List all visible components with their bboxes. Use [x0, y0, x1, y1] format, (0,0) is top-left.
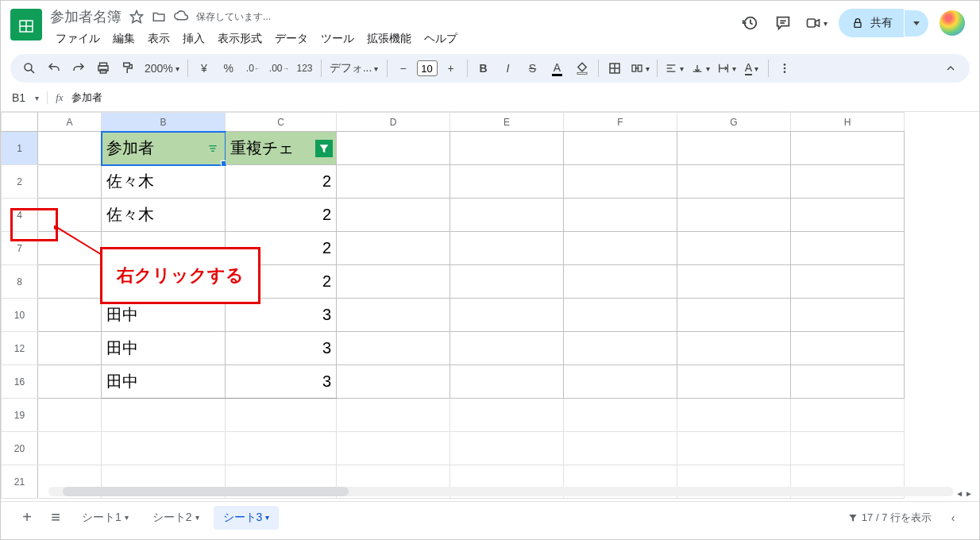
filter-status[interactable]: 17 / 7 行を表示	[847, 511, 932, 525]
cell-C1[interactable]: 重複チェ	[226, 132, 337, 165]
move-folder-icon[interactable]	[152, 10, 166, 24]
decrease-font-icon[interactable]: −	[392, 57, 415, 79]
cell[interactable]	[677, 132, 791, 165]
cell[interactable]	[38, 132, 102, 165]
cell[interactable]: 田中	[102, 299, 226, 332]
name-box[interactable]: B1	[12, 91, 39, 104]
cell[interactable]	[564, 132, 677, 165]
decrease-decimal-icon[interactable]: .0←	[242, 57, 264, 79]
profile-avatar[interactable]	[939, 10, 965, 36]
cell[interactable]	[38, 232, 102, 265]
text-rotation-icon[interactable]: A	[741, 57, 763, 79]
row-header[interactable]: 10	[2, 299, 38, 332]
cell-B1[interactable]: 参加者	[102, 132, 226, 165]
cell[interactable]: 3	[226, 299, 337, 332]
row-header[interactable]: 20	[2, 432, 38, 465]
formula-bar[interactable]: 参加者	[71, 91, 102, 105]
increase-decimal-icon[interactable]: .00→	[267, 57, 291, 79]
col-header-B[interactable]: B	[102, 113, 226, 132]
sheet-tab-3[interactable]: シート3▾	[214, 506, 280, 530]
bold-icon[interactable]: B	[473, 57, 495, 79]
col-header-G[interactable]: G	[677, 113, 791, 132]
align-vertical-icon[interactable]	[689, 57, 712, 79]
history-icon[interactable]	[739, 12, 761, 34]
italic-icon[interactable]: I	[497, 57, 519, 79]
cell[interactable]: 2	[226, 199, 337, 232]
align-horizontal-icon[interactable]	[662, 57, 686, 79]
menu-help[interactable]: ヘルプ	[419, 29, 463, 49]
search-icon[interactable]	[18, 57, 41, 79]
add-sheet-button[interactable]: +	[15, 506, 39, 530]
row-header[interactable]: 7	[2, 232, 38, 265]
scroll-arrows[interactable]: ◄►	[955, 489, 973, 498]
share-button[interactable]: 共有	[839, 9, 904, 37]
select-all-corner[interactable]	[2, 113, 38, 132]
menu-edit[interactable]: 編集	[107, 29, 141, 49]
row-header[interactable]: 21	[2, 465, 38, 499]
undo-icon[interactable]	[43, 57, 65, 79]
cell[interactable]: 田中	[102, 332, 226, 365]
horizontal-scrollbar[interactable]	[48, 487, 954, 496]
menu-tools[interactable]: ツール	[315, 29, 360, 49]
menu-insert[interactable]: 挿入	[177, 29, 210, 49]
cell[interactable]: 2	[226, 265, 337, 299]
paint-format-icon[interactable]	[117, 57, 139, 79]
menu-view[interactable]: 表示	[142, 29, 176, 49]
menu-extensions[interactable]: 拡張機能	[361, 29, 417, 49]
strikethrough-icon[interactable]: S	[522, 57, 544, 79]
col-header-C[interactable]: C	[226, 113, 337, 132]
cell[interactable]	[791, 132, 905, 165]
cell[interactable]: 佐々木	[102, 165, 226, 199]
text-color-icon[interactable]: A	[546, 57, 569, 79]
text-wrap-icon[interactable]	[715, 57, 739, 79]
row-header[interactable]: 19	[2, 399, 38, 432]
borders-icon[interactable]	[604, 57, 626, 79]
cell[interactable]	[38, 299, 102, 332]
col-header-H[interactable]: H	[791, 113, 905, 132]
cell[interactable]: 2	[226, 232, 337, 265]
print-icon[interactable]	[92, 57, 114, 79]
col-header-D[interactable]: D	[337, 113, 450, 132]
share-dropdown[interactable]	[905, 10, 928, 37]
cell[interactable]: 2	[226, 165, 337, 199]
menu-data[interactable]: データ	[269, 29, 314, 49]
spreadsheet-grid[interactable]: A B C D E F G H 1 参加者 重複チェ 2佐々木2 4佐々木2 7…	[1, 112, 905, 499]
cell[interactable]	[102, 265, 226, 299]
cell[interactable]	[102, 232, 226, 265]
sheets-logo[interactable]	[10, 9, 42, 40]
filter-sort-icon[interactable]	[204, 140, 222, 157]
merge-cells-icon[interactable]	[628, 57, 652, 79]
font-select[interactable]: デフォ...	[326, 57, 382, 79]
sheet-tab-2[interactable]: シート2▾	[143, 506, 209, 530]
fill-color-icon[interactable]	[571, 57, 593, 79]
document-title[interactable]: 参加者名簿	[50, 7, 122, 26]
zoom-select[interactable]: 200%	[141, 57, 183, 79]
cell[interactable]: 佐々木	[102, 199, 226, 232]
cell[interactable]	[38, 199, 102, 232]
row-header[interactable]: 12	[2, 332, 38, 365]
menu-file[interactable]: ファイル	[50, 29, 106, 49]
row-header[interactable]: 1	[2, 132, 38, 165]
col-header-E[interactable]: E	[450, 113, 564, 132]
explore-collapse-icon[interactable]: ‹	[941, 506, 965, 530]
cell[interactable]	[38, 265, 102, 299]
filter-active-icon[interactable]	[315, 140, 333, 157]
col-header-F[interactable]: F	[564, 113, 677, 132]
cell[interactable]	[38, 332, 102, 365]
menu-format[interactable]: 表示形式	[212, 29, 268, 49]
cell[interactable]: 3	[226, 365, 337, 399]
cell[interactable]	[38, 165, 102, 199]
cell[interactable]	[450, 132, 564, 165]
star-icon[interactable]	[129, 10, 144, 24]
cell[interactable]	[38, 365, 102, 399]
more-formats-icon[interactable]: 123	[294, 57, 316, 79]
sheet-tab-1[interactable]: シート1▾	[72, 506, 138, 530]
row-header[interactable]: 2	[2, 165, 38, 199]
cloud-status-icon[interactable]	[174, 10, 188, 24]
row-header[interactable]: 16	[2, 365, 38, 399]
collapse-toolbar-icon[interactable]	[939, 57, 962, 79]
col-header-A[interactable]: A	[38, 113, 102, 132]
cell[interactable]	[337, 132, 450, 165]
font-size-input[interactable]	[417, 60, 438, 76]
cell[interactable]: 3	[226, 332, 337, 365]
